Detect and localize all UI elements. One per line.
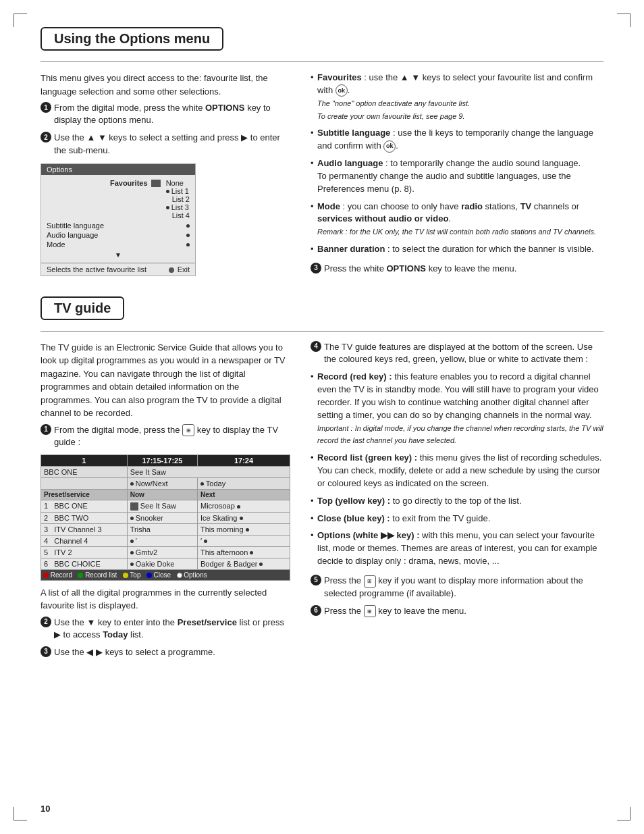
- section-divider-2: [41, 331, 603, 332]
- fav-icon: [151, 180, 161, 187]
- tvg-now-next: Now/Next Today: [41, 477, 290, 489]
- tvg-footer: Record Record list Top Close Options: [41, 569, 290, 580]
- dot-r4b: [204, 540, 207, 543]
- footer-options: Options: [177, 571, 207, 579]
- record-important: Important : In digital mode, if you chan…: [317, 424, 603, 445]
- tvg-step-5: 5 Press the ⊞ key if you want to display…: [311, 575, 603, 600]
- dot-green-icon: [78, 573, 83, 578]
- tvg-step-num-2: 2: [41, 617, 51, 627]
- options-audio-dot: [186, 231, 190, 239]
- options-step-3: 3 Press the white OPTIONS key to leave t…: [311, 263, 603, 275]
- guide-icon-2: ⊞: [364, 575, 376, 588]
- ch1-icon: [130, 502, 138, 511]
- bullet-top: Top (yellow key) : to go directly to the…: [311, 495, 603, 508]
- tvg-col1: 1: [41, 454, 128, 466]
- tvg-header: 1 17:15-17:25 17:24: [41, 454, 290, 466]
- tvg-step-3-text: Use the ◀ ▶ keys to select a programme.: [54, 646, 290, 658]
- dot-r3: [246, 528, 249, 531]
- tvg-step-num-3: 3: [41, 646, 51, 657]
- tvg-step-5-text: Press the ⊞ key if you want to display m…: [324, 575, 603, 600]
- bullet-record: Record (red key) : this feature enables …: [311, 371, 603, 447]
- dot-r2a: [130, 517, 134, 520]
- dot-2: [166, 206, 169, 209]
- options-subtitle-label: Subtitle language: [47, 221, 104, 230]
- options-exit: Exit: [169, 265, 190, 273]
- bullet-close: Close (blue key) : to exit from the TV g…: [311, 513, 603, 525]
- tvg-sub-col1: Preset/service: [41, 489, 128, 500]
- table-row: 1 BBC ONE See It Saw Microsoap: [41, 500, 290, 512]
- exit-dot: [169, 267, 174, 273]
- dot-blue-icon: [146, 573, 152, 578]
- options-audio-row: Audio language: [47, 231, 190, 239]
- table-row: 3 ITV Channel 3 Trisha This morning: [41, 523, 290, 535]
- tvg-step-num-4: 4: [311, 341, 321, 352]
- tv-guide-left-col: The TV guide is an Electronic Service Gu…: [41, 341, 290, 664]
- options-box-footer: Selects the active favourite list Exit: [41, 263, 195, 276]
- dot-r4a: [130, 540, 134, 543]
- options-subtitle-row: Subtitle language: [47, 221, 190, 230]
- tvg-col2: 17:15-17:25: [127, 454, 197, 466]
- dot-r1: [237, 505, 240, 509]
- tvg-step-6-text: Press the ⊞ key to leave the menu.: [324, 605, 603, 618]
- options-subtitle-dot: [186, 221, 190, 230]
- table-row: 2 BBC TWO Snooker Ice Skating: [41, 512, 290, 523]
- tvg-sub-col3: Next: [198, 489, 290, 500]
- options-box-title: Options: [41, 164, 195, 175]
- step-num-2: 2: [41, 132, 51, 142]
- step-num-3: 3: [311, 263, 321, 273]
- tv-guide-intro: The TV guide is an Electronic Service Gu…: [41, 341, 290, 420]
- options-fav-values: None List 1 List 2 List 3 List 4: [166, 179, 190, 219]
- options-step-3-text: Press the white OPTIONS key to leave the…: [324, 263, 603, 275]
- tvg-col3: 17:24: [198, 454, 290, 466]
- bullet-record-list: Record list (green key) : this menu give…: [311, 452, 603, 490]
- options-more-indicator: ▼: [47, 251, 190, 259]
- dot-1: [166, 190, 169, 193]
- tvg-step-1: 1 From the digital mode, press the ⊞ key…: [41, 424, 290, 449]
- tvg-step-num-5: 5: [311, 575, 321, 585]
- tvg-list-desc: A list of all the digital programmes in …: [41, 586, 290, 613]
- ok-icon-2: ok: [383, 140, 396, 153]
- options-menu-left-col: This menu gives you direct access to the…: [41, 72, 290, 283]
- bullet-mode: Mode : you can choose to only have radio…: [311, 201, 603, 239]
- options-menu-section: Using the Options menu This menu gives y…: [41, 27, 603, 283]
- tv-guide-table: 1 17:15-17:25 17:24 BBC ONE See It Saw N…: [41, 454, 290, 581]
- tvg-step-3: 3 Use the ◀ ▶ keys to select a programme…: [41, 646, 290, 658]
- tv-guide-section: TV guide The TV guide is an Electronic S…: [41, 296, 603, 664]
- dot-now: [130, 482, 134, 486]
- options-mode-dot: [186, 240, 190, 249]
- dot-r6a: [130, 563, 134, 566]
- dot-4: [186, 234, 190, 237]
- tvg-step-num-1: 1: [41, 424, 51, 435]
- options-step-1-text: From the digital mode, press the white O…: [54, 102, 290, 126]
- section-divider-1: [41, 61, 603, 62]
- options-favourites-row: Favourites None List 1 List 2 List 3 Lis…: [47, 179, 190, 219]
- options-audio-label: Audio language: [47, 231, 98, 239]
- dot-r5b: [250, 551, 253, 554]
- options-fav-label: Favourites: [47, 179, 166, 188]
- table-row: 5 ITV 2 Gmtv2 This afternoon: [41, 546, 290, 558]
- dot-red-icon: [43, 573, 49, 578]
- dot-5: [186, 243, 190, 246]
- fav-note: The "none" option deactivate any favouri…: [317, 99, 470, 120]
- tvg-step-2: 2 Use the ▼ key to enter into the Preset…: [41, 617, 290, 641]
- dot-yellow-icon: [123, 573, 128, 578]
- dot-r6b: [259, 563, 263, 566]
- footer-record-list: Record list: [78, 571, 117, 579]
- bullet-subtitle: Subtitle language : use the li keys to t…: [311, 127, 603, 153]
- dot-today: [200, 482, 204, 486]
- options-footer-text: Selects the active favourite list: [47, 265, 146, 273]
- page-number: 10: [41, 804, 50, 814]
- options-menu-title: Using the Options menu: [41, 27, 223, 51]
- tvg-sub-col2: Now: [127, 489, 197, 500]
- table-row: 4 Channel 4 ′ ′: [41, 535, 290, 546]
- tv-guide-right-col: 4 The TV guide features are displayed at…: [311, 341, 603, 664]
- bullet-audio: Audio language : to temporarily change t…: [311, 157, 603, 196]
- options-mode-label: Mode: [47, 240, 65, 249]
- guide-icon-1: ⊞: [182, 424, 194, 436]
- step-num-1: 1: [41, 102, 51, 113]
- options-step-1: 1 From the digital mode, press the white…: [41, 102, 290, 126]
- options-menu-box: Options Favourites None List 1 List: [41, 163, 196, 276]
- tvg-step-num-6: 6: [311, 605, 321, 616]
- tv-guide-title: TV guide: [41, 296, 124, 320]
- dot-r2b: [240, 517, 243, 520]
